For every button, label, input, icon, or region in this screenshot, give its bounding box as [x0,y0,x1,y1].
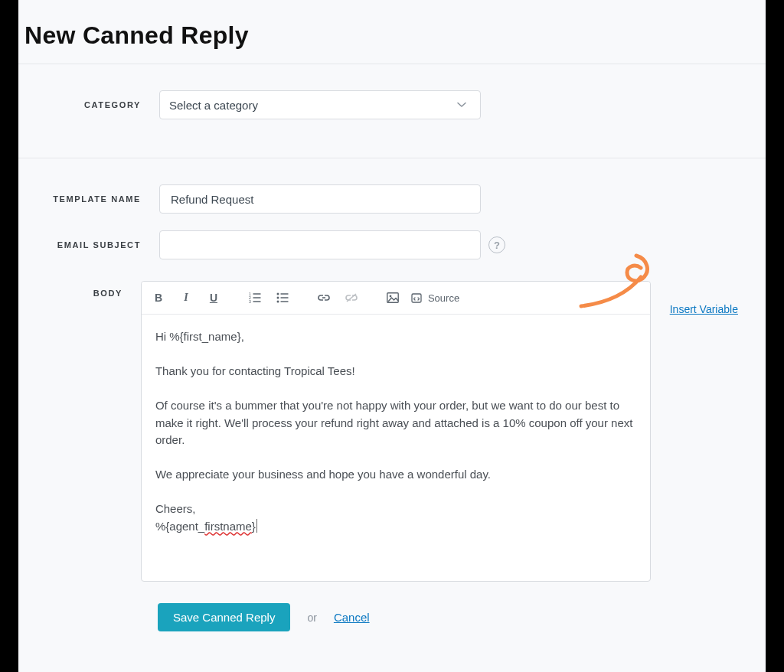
template-name-field-wrap [159,184,481,214]
unordered-list-button[interactable] [273,287,292,308]
svg-text:3: 3 [249,299,251,303]
email-subject-input[interactable] [169,230,471,259]
editor-toolbar: B I U 123 [142,282,650,315]
svg-point-7 [276,297,279,299]
help-icon[interactable]: ? [488,237,505,253]
svg-rect-15 [412,294,421,302]
form-actions: Save Canned Reply or Cancel [18,582,766,631]
template-name-input[interactable] [169,184,471,214]
bold-button[interactable]: B [149,287,168,308]
page-title: New Canned Reply [18,21,766,50]
body-section: BODY B I U 123 [18,281,766,582]
email-subject-label: EMAIL SUBJECT [24,240,141,250]
or-text: or [307,612,316,624]
italic-button[interactable]: I [177,287,195,308]
link-button[interactable] [315,287,333,308]
save-button[interactable]: Save Canned Reply [158,603,290,631]
canned-reply-form: New Canned Reply CATEGORY Select a categ… [18,0,766,672]
svg-point-6 [276,293,279,295]
source-button-label: Source [425,292,462,304]
body-label: BODY [24,281,122,298]
category-label: CATEGORY [24,100,141,109]
template-name-label: TEMPLATE NAME [24,194,141,204]
category-section: CATEGORY Select a category [18,64,766,158]
body-textarea[interactable]: Hi %{first_name}, Thank you for contacti… [142,315,650,581]
image-button[interactable] [384,287,402,308]
chevron-down-icon [452,96,471,114]
svg-point-8 [276,301,279,303]
fields-section: TEMPLATE NAME EMAIL SUBJECT ? [18,158,766,281]
underline-button[interactable]: U [204,287,223,308]
body-editor: B I U 123 [141,281,651,582]
email-subject-field-wrap [159,230,481,259]
category-selected-text: Select a category [169,99,258,112]
unlink-button [342,287,361,308]
source-button[interactable]: Source [411,287,462,308]
cancel-link[interactable]: Cancel [334,611,370,624]
ordered-list-button[interactable]: 123 [246,287,264,308]
insert-variable-link[interactable]: Insert Variable [670,303,738,315]
svg-point-14 [390,295,392,298]
category-select[interactable]: Select a category [159,90,481,119]
